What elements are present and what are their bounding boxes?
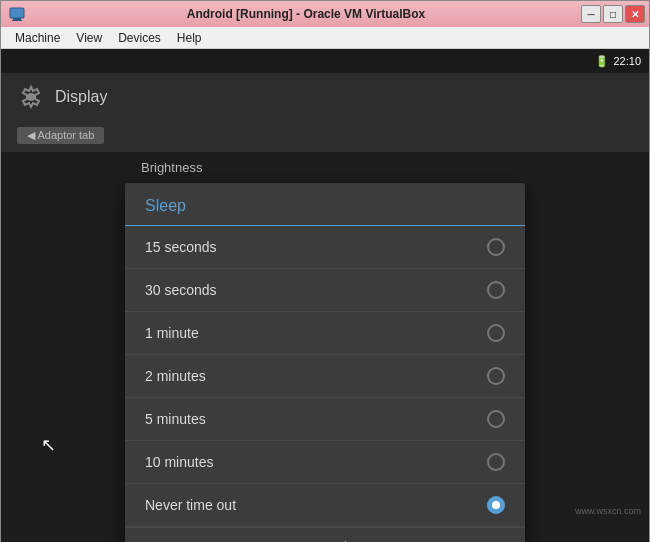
android-overlay: Brightness Sleep 15 seconds 30 seconds: [1, 152, 649, 542]
menu-view[interactable]: View: [68, 29, 110, 47]
cancel-button[interactable]: Cancel: [283, 533, 367, 542]
display-title: Display: [55, 88, 107, 106]
option-never[interactable]: Never time out: [125, 484, 525, 527]
menu-devices[interactable]: Devices: [110, 29, 169, 47]
menu-bar: Machine View Devices Help: [1, 27, 649, 49]
option-1m-label: 1 minute: [145, 325, 199, 341]
radio-10m[interactable]: [487, 453, 505, 471]
close-button[interactable]: ✕: [625, 5, 645, 23]
vm-content: 🔋 22:10 Display ◀ Adaptor tab Brightness: [1, 49, 649, 542]
svg-rect-2: [12, 20, 22, 21]
option-30s[interactable]: 30 seconds: [125, 269, 525, 312]
display-header: Display: [1, 73, 649, 121]
menu-machine[interactable]: Machine: [7, 29, 68, 47]
settings-gear-icon: [17, 83, 45, 111]
status-icons: 🔋 22:10: [595, 55, 641, 68]
android-status-bar: 🔋 22:10: [1, 49, 649, 73]
time-display: 22:10: [613, 55, 641, 67]
menu-help[interactable]: Help: [169, 29, 210, 47]
option-10m[interactable]: 10 minutes: [125, 441, 525, 484]
option-10m-label: 10 minutes: [145, 454, 213, 470]
option-30s-label: 30 seconds: [145, 282, 217, 298]
breadcrumb[interactable]: ◀ Adaptor tab: [17, 127, 104, 144]
title-bar: Android [Running] - Oracle VM VirtualBox…: [1, 1, 649, 27]
option-15s[interactable]: 15 seconds: [125, 226, 525, 269]
radio-2m[interactable]: [487, 367, 505, 385]
window: Android [Running] - Oracle VM VirtualBox…: [0, 0, 650, 542]
dialog-header: Sleep: [125, 183, 525, 226]
battery-icon: 🔋: [595, 55, 609, 68]
watermark: www.wsxcn.com: [575, 506, 641, 516]
maximize-button[interactable]: □: [603, 5, 623, 23]
radio-1m[interactable]: [487, 324, 505, 342]
window-title: Android [Running] - Oracle VM VirtualBox: [31, 7, 581, 21]
dialog-footer: Cancel: [125, 527, 525, 542]
radio-30s[interactable]: [487, 281, 505, 299]
option-5m-label: 5 minutes: [145, 411, 206, 427]
radio-never[interactable]: [487, 496, 505, 514]
android-content: Display ◀ Adaptor tab Brightness Sleep 1…: [1, 73, 649, 542]
brightness-label: Brightness: [125, 152, 525, 183]
window-controls: ─ □ ✕: [581, 5, 645, 23]
radio-5m[interactable]: [487, 410, 505, 428]
option-5m[interactable]: 5 minutes: [125, 398, 525, 441]
option-never-label: Never time out: [145, 497, 236, 513]
minimize-button[interactable]: ─: [581, 5, 601, 23]
svg-point-3: [27, 93, 35, 101]
sleep-dialog: Sleep 15 seconds 30 seconds 1 minute: [125, 183, 525, 542]
option-15s-label: 15 seconds: [145, 239, 217, 255]
radio-15s[interactable]: [487, 238, 505, 256]
dialog-options: 15 seconds 30 seconds 1 minute 2: [125, 226, 525, 527]
svg-rect-0: [10, 8, 24, 18]
option-2m[interactable]: 2 minutes: [125, 355, 525, 398]
mouse-cursor: ↖: [41, 434, 56, 456]
dialog-title: Sleep: [145, 197, 186, 214]
option-2m-label: 2 minutes: [145, 368, 206, 384]
vm-icon: [9, 6, 25, 22]
option-1m[interactable]: 1 minute: [125, 312, 525, 355]
svg-rect-1: [13, 18, 21, 20]
breadcrumb-bar: ◀ Adaptor tab: [1, 121, 649, 152]
